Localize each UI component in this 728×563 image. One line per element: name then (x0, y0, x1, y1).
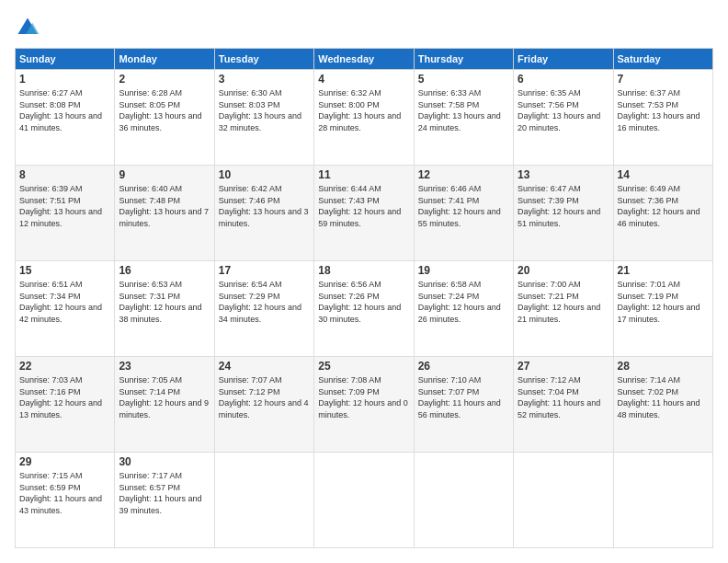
cell-info: Sunrise: 6:56 AMSunset: 7:26 PMDaylight:… (318, 280, 401, 324)
day-number: 16 (119, 264, 210, 277)
day-number: 10 (219, 168, 310, 181)
day-number: 21 (618, 264, 709, 277)
calendar-cell: 17 Sunrise: 6:54 AMSunset: 7:29 PMDaylig… (214, 261, 313, 357)
calendar-cell: 27 Sunrise: 7:12 AMSunset: 7:04 PMDaylig… (514, 357, 613, 453)
calendar-body: 1 Sunrise: 6:27 AMSunset: 8:08 PMDayligh… (16, 70, 713, 548)
cell-info: Sunrise: 7:05 AMSunset: 7:14 PMDaylight:… (119, 375, 209, 419)
calendar-cell: 15 Sunrise: 6:51 AMSunset: 7:34 PMDaylig… (16, 261, 115, 357)
cell-info: Sunrise: 6:53 AMSunset: 7:31 PMDaylight:… (119, 280, 201, 324)
cell-info: Sunrise: 7:17 AMSunset: 6:57 PMDaylight:… (119, 471, 201, 515)
day-number: 12 (418, 168, 509, 181)
calendar-cell: 13 Sunrise: 6:47 AMSunset: 7:39 PMDaylig… (514, 166, 613, 261)
day-number: 20 (518, 264, 609, 277)
calendar-header-cell: Thursday (414, 49, 513, 70)
day-number: 3 (219, 73, 310, 86)
calendar-cell: 21 Sunrise: 7:01 AMSunset: 7:19 PMDaylig… (613, 261, 712, 357)
calendar-cell (514, 453, 613, 548)
day-number: 15 (19, 264, 110, 277)
calendar-cell: 1 Sunrise: 6:27 AMSunset: 8:08 PMDayligh… (16, 70, 115, 166)
cell-info: Sunrise: 6:42 AMSunset: 7:46 PMDaylight:… (219, 184, 309, 228)
day-number: 19 (418, 264, 509, 277)
calendar-cell: 8 Sunrise: 6:39 AMSunset: 7:51 PMDayligh… (16, 166, 115, 261)
calendar-header-cell: Wednesday (314, 49, 414, 70)
cell-info: Sunrise: 7:03 AMSunset: 7:16 PMDaylight:… (19, 375, 102, 419)
day-number: 6 (518, 73, 609, 86)
calendar-cell: 23 Sunrise: 7:05 AMSunset: 7:14 PMDaylig… (115, 357, 214, 453)
calendar-cell: 10 Sunrise: 6:42 AMSunset: 7:46 PMDaylig… (214, 166, 313, 261)
calendar-cell: 28 Sunrise: 7:14 AMSunset: 7:02 PMDaylig… (613, 357, 712, 453)
day-number: 22 (19, 360, 110, 373)
cell-info: Sunrise: 7:12 AMSunset: 7:04 PMDaylight:… (518, 375, 600, 419)
calendar-header-row: SundayMondayTuesdayWednesdayThursdayFrid… (16, 49, 713, 70)
calendar-cell: 14 Sunrise: 6:49 AMSunset: 7:36 PMDaylig… (613, 166, 712, 261)
cell-info: Sunrise: 6:47 AMSunset: 7:39 PMDaylight:… (518, 184, 600, 228)
cell-info: Sunrise: 6:40 AMSunset: 7:48 PMDaylight:… (119, 184, 209, 228)
calendar-cell: 26 Sunrise: 7:10 AMSunset: 7:07 PMDaylig… (414, 357, 513, 453)
calendar-cell (414, 453, 513, 548)
day-number: 30 (119, 455, 210, 468)
calendar-cell: 22 Sunrise: 7:03 AMSunset: 7:16 PMDaylig… (16, 357, 115, 453)
calendar-cell: 12 Sunrise: 6:46 AMSunset: 7:41 PMDaylig… (414, 166, 513, 261)
calendar-cell: 5 Sunrise: 6:33 AMSunset: 7:58 PMDayligh… (414, 70, 513, 166)
cell-info: Sunrise: 6:39 AMSunset: 7:51 PMDaylight:… (19, 184, 102, 228)
calendar-week-row: 8 Sunrise: 6:39 AMSunset: 7:51 PMDayligh… (16, 166, 713, 261)
calendar-cell: 24 Sunrise: 7:07 AMSunset: 7:12 PMDaylig… (214, 357, 313, 453)
cell-info: Sunrise: 7:07 AMSunset: 7:12 PMDaylight:… (219, 375, 309, 419)
day-number: 1 (19, 73, 110, 86)
day-number: 2 (119, 73, 210, 86)
day-number: 4 (318, 73, 409, 86)
cell-info: Sunrise: 6:33 AMSunset: 7:58 PMDaylight:… (418, 88, 501, 132)
day-number: 28 (618, 360, 709, 373)
cell-info: Sunrise: 6:46 AMSunset: 7:41 PMDaylight:… (418, 184, 501, 228)
calendar-cell: 19 Sunrise: 6:58 AMSunset: 7:24 PMDaylig… (414, 261, 513, 357)
calendar-cell: 25 Sunrise: 7:08 AMSunset: 7:09 PMDaylig… (314, 357, 414, 453)
cell-info: Sunrise: 6:49 AMSunset: 7:36 PMDaylight:… (618, 184, 700, 228)
header (15, 15, 713, 40)
day-number: 18 (318, 264, 409, 277)
day-number: 27 (518, 360, 609, 373)
cell-info: Sunrise: 6:32 AMSunset: 8:00 PMDaylight:… (318, 88, 401, 132)
calendar-cell: 3 Sunrise: 6:30 AMSunset: 8:03 PMDayligh… (214, 70, 313, 166)
calendar-cell: 29 Sunrise: 7:15 AMSunset: 6:59 PMDaylig… (16, 453, 115, 548)
day-number: 26 (418, 360, 509, 373)
calendar-cell: 9 Sunrise: 6:40 AMSunset: 7:48 PMDayligh… (115, 166, 214, 261)
day-number: 25 (318, 360, 409, 373)
calendar-header-cell: Monday (115, 49, 214, 70)
calendar-header-cell: Sunday (16, 49, 115, 70)
cell-info: Sunrise: 6:58 AMSunset: 7:24 PMDaylight:… (418, 280, 501, 324)
logo-icon (15, 15, 40, 40)
day-number: 14 (618, 168, 709, 181)
day-number: 29 (19, 455, 110, 468)
cell-info: Sunrise: 6:44 AMSunset: 7:43 PMDaylight:… (318, 184, 401, 228)
day-number: 7 (618, 73, 709, 86)
cell-info: Sunrise: 6:27 AMSunset: 8:08 PMDaylight:… (19, 88, 102, 132)
cell-info: Sunrise: 6:28 AMSunset: 8:05 PMDaylight:… (119, 88, 201, 132)
cell-info: Sunrise: 7:14 AMSunset: 7:02 PMDaylight:… (618, 375, 700, 419)
cell-info: Sunrise: 7:15 AMSunset: 6:59 PMDaylight:… (19, 471, 102, 515)
calendar-cell (613, 453, 712, 548)
calendar-table: SundayMondayTuesdayWednesdayThursdayFrid… (15, 48, 713, 548)
page: SundayMondayTuesdayWednesdayThursdayFrid… (0, 0, 728, 563)
calendar-header-cell: Tuesday (214, 49, 313, 70)
day-number: 24 (219, 360, 310, 373)
calendar-cell (214, 453, 313, 548)
calendar-cell (314, 453, 414, 548)
calendar-cell: 30 Sunrise: 7:17 AMSunset: 6:57 PMDaylig… (115, 453, 214, 548)
cell-info: Sunrise: 7:10 AMSunset: 7:07 PMDaylight:… (418, 375, 501, 419)
cell-info: Sunrise: 6:54 AMSunset: 7:29 PMDaylight:… (219, 280, 301, 324)
calendar-cell: 20 Sunrise: 7:00 AMSunset: 7:21 PMDaylig… (514, 261, 613, 357)
cell-info: Sunrise: 6:35 AMSunset: 7:56 PMDaylight:… (518, 88, 600, 132)
calendar-cell: 18 Sunrise: 6:56 AMSunset: 7:26 PMDaylig… (314, 261, 414, 357)
day-number: 9 (119, 168, 210, 181)
calendar-week-row: 15 Sunrise: 6:51 AMSunset: 7:34 PMDaylig… (16, 261, 713, 357)
day-number: 5 (418, 73, 509, 86)
cell-info: Sunrise: 7:01 AMSunset: 7:19 PMDaylight:… (618, 280, 700, 324)
day-number: 23 (119, 360, 210, 373)
cell-info: Sunrise: 7:00 AMSunset: 7:21 PMDaylight:… (518, 280, 600, 324)
calendar-cell: 2 Sunrise: 6:28 AMSunset: 8:05 PMDayligh… (115, 70, 214, 166)
day-number: 13 (518, 168, 609, 181)
cell-info: Sunrise: 6:51 AMSunset: 7:34 PMDaylight:… (19, 280, 102, 324)
calendar-cell: 7 Sunrise: 6:37 AMSunset: 7:53 PMDayligh… (613, 70, 712, 166)
calendar-cell: 16 Sunrise: 6:53 AMSunset: 7:31 PMDaylig… (115, 261, 214, 357)
logo (15, 15, 44, 40)
